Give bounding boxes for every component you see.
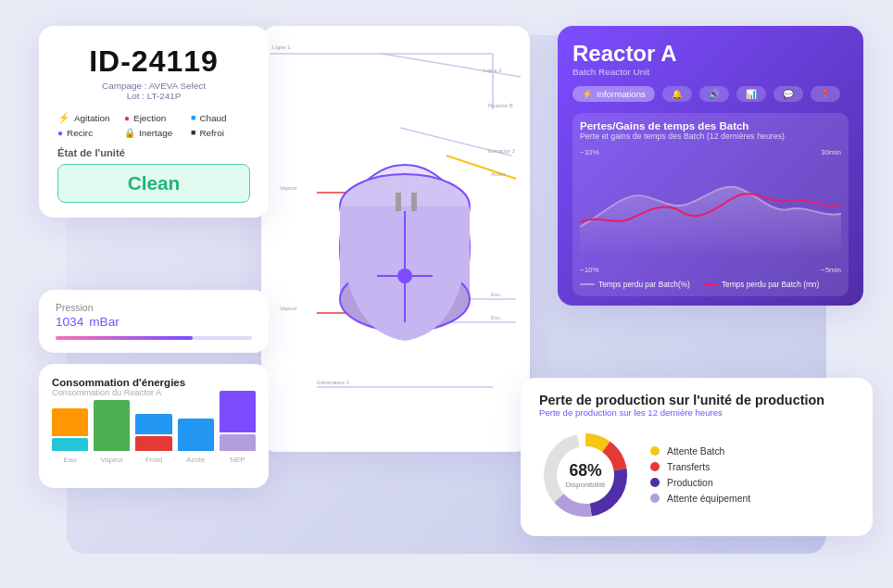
donut-percent: 68% — [565, 461, 605, 481]
diagram-svg: Ligne 1 Ligne 2 Reactor B Extractor 2 Ac… — [261, 26, 530, 452]
donut-label: 68% Disponibilité — [565, 461, 605, 489]
status-recirc: ● Recirc — [57, 128, 117, 138]
ejection-label: Ejection — [133, 113, 166, 123]
production-subtitle: Perte de production sur les 12 dernière … — [539, 407, 854, 418]
bar-eau-orange — [52, 408, 88, 436]
svg-point-26 — [397, 269, 412, 283]
bar-nep-label: NEP — [230, 456, 245, 464]
scene: ID-24119 Campage : AVEVA Select Lot : LT… — [20, 17, 873, 572]
pressure-value: 1034 mBar — [56, 315, 252, 329]
refroi-label: Refroi — [199, 128, 223, 138]
volume-icon: 🔊 — [709, 89, 720, 99]
legend-line-1 — [580, 283, 595, 285]
pressure-bar — [56, 336, 252, 340]
y-label-left: −10% — [580, 148, 599, 156]
legend-label-1: Temps perdu par Batch(%) — [598, 280, 690, 289]
inertage-label: Inertage — [139, 128, 172, 138]
bar-nep-stack — [220, 391, 256, 451]
tab-chart[interactable]: 📊 — [736, 86, 766, 102]
legend-production-label: Production — [667, 478, 713, 488]
legend-dot-light-purple — [650, 494, 660, 503]
chat-icon: 💬 — [783, 89, 794, 99]
svg-text:Esc.: Esc. — [491, 315, 502, 320]
legend-label-2: Temps perdu par Batch (mn) — [722, 280, 819, 289]
pressure-unit: mBar — [89, 315, 119, 329]
legend-attente-equipement: Attente équipement — [650, 494, 750, 504]
agitation-label: Agitation — [74, 113, 110, 123]
svg-text:Ligne 1: Ligne 1 — [272, 44, 291, 50]
donut-text: Disponibilité — [565, 481, 605, 489]
id-card: ID-24119 Campage : AVEVA Select Lot : LT… — [39, 26, 269, 218]
svg-line-2 — [382, 54, 521, 77]
legend-item-2: Temps perdu par Batch (mn) — [703, 280, 819, 289]
bar-froid-blue — [135, 414, 171, 434]
bar-nep: NEP — [220, 391, 256, 464]
bar-froid-label: Froid — [145, 456, 162, 464]
diagram-card: Ligne 1 Ligne 2 Reactor B Extractor 2 Ac… — [261, 26, 530, 452]
svg-text:Vapour: Vapour — [280, 185, 297, 191]
status-items: ⚡ Agitation ● Ejection ■ Chaud ● Recirc … — [57, 112, 250, 138]
bar-chart: Eau Vapeur Froid — [52, 405, 256, 479]
legend-dot-purple — [650, 478, 660, 487]
bar-nep-purple — [220, 391, 256, 432]
reactor-subtitle: Batch Reactor Unit — [572, 67, 849, 77]
bolt-icon: ⚡ — [57, 112, 70, 124]
lock-icon: 🔒 — [124, 128, 135, 138]
production-content: 68% Disponibilité Attente Batch Transfer… — [539, 429, 854, 521]
tab-volume[interactable]: 🔊 — [699, 86, 729, 102]
chart-legend: Temps perdu par Batch(%) Temps perdu par… — [580, 280, 841, 289]
pressure-card: Pression 1034 mBar — [39, 290, 269, 353]
bar-azote-stack — [178, 391, 214, 451]
svg-rect-27 — [396, 193, 401, 211]
chart-y-bottom: −10% −5min — [580, 266, 841, 274]
production-card: Perte de production sur l'unité de produ… — [521, 378, 873, 536]
reactor-title: Reactor A — [572, 41, 849, 67]
reactor-tabs: ⚡ Informations 🔔 🔊 📊 💬 📍 — [572, 86, 849, 102]
y-label-right: 30min — [821, 148, 841, 156]
bar-vapeur-stack — [94, 391, 130, 451]
legend-transferts: Transferts — [650, 462, 750, 472]
chart-subtitle: Perte et gains de temps des Batch (12 de… — [580, 131, 841, 141]
diagram-inner: Ligne 1 Ligne 2 Reactor B Extractor 2 Ac… — [261, 26, 530, 452]
svg-line-8 — [446, 156, 516, 179]
legend-production: Production — [650, 478, 750, 488]
bar-froid-stack — [135, 391, 171, 451]
bar-azote-blue — [178, 419, 214, 451]
bar-eau: Eau — [52, 391, 88, 464]
id-number: ID-24119 — [57, 44, 250, 79]
legend-item-1: Temps perdu par Batch(%) — [580, 280, 690, 289]
legend-attente-equip-label: Attente équipement — [667, 494, 750, 504]
status-inertage: 🔒 Inertage — [124, 128, 183, 138]
batch-chart-area: Pertes/Gains de temps des Batch Perte et… — [572, 113, 849, 296]
chart-icon: 📊 — [746, 89, 757, 99]
legend-attente-batch-label: Attente Batch — [667, 446, 724, 457]
tab-chat[interactable]: 💬 — [774, 86, 803, 102]
lot-label: Lot : LT-241P — [57, 91, 250, 101]
tab-informations[interactable]: ⚡ Informations — [572, 86, 655, 102]
bar-eau-teal — [52, 438, 88, 451]
status-chaud: ■ Chaud — [191, 112, 250, 124]
bar-azote-label: Azote — [186, 456, 205, 464]
tab-informations-label: Informations — [597, 89, 646, 99]
chart-title: Pertes/Gains de temps des Batch — [580, 120, 841, 131]
y-label-right2: −5min — [821, 266, 841, 274]
clean-badge: Clean — [57, 164, 250, 203]
status-agitation: ⚡ Agitation — [57, 112, 117, 124]
status-ejection: ● Ejection — [124, 112, 183, 124]
svg-text:Générateur 1: Générateur 1 — [317, 380, 350, 385]
ejection-icon: ● — [124, 113, 130, 123]
chaud-icon: ■ — [191, 113, 195, 122]
svg-text:Esc.: Esc. — [491, 292, 502, 297]
bar-nep-light — [220, 434, 256, 451]
production-title: Perte de production sur l'unité de produ… — [539, 393, 854, 407]
unit-state-label: État de l'unité — [57, 147, 250, 158]
chart-y-top: −10% 30min — [580, 148, 841, 156]
recirc-label: Recirc — [67, 128, 93, 138]
energy-title: Consommation d'énergies — [52, 377, 256, 388]
bar-froid: Froid — [135, 391, 171, 464]
donut-chart: 68% Disponibilité — [539, 429, 632, 521]
tab-location[interactable]: 📍 — [811, 86, 840, 102]
bolt-tab-icon: ⚡ — [582, 89, 593, 99]
svg-rect-28 — [411, 193, 417, 211]
tab-bell[interactable]: 🔔 — [662, 86, 692, 102]
